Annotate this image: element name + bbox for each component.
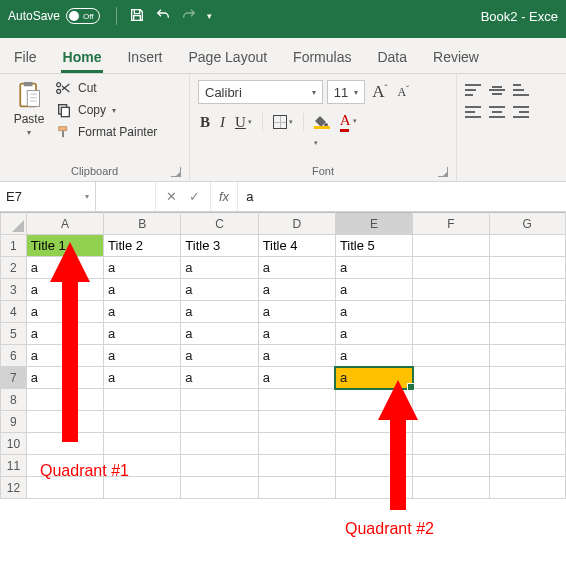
cell[interactable]: a [181, 279, 258, 301]
cell[interactable]: Title 2 [104, 235, 181, 257]
redo-icon[interactable] [181, 7, 197, 26]
cell[interactable]: a [335, 301, 412, 323]
cell[interactable] [489, 367, 566, 389]
cell[interactable]: a [258, 279, 335, 301]
underline-button[interactable]: U▾ [235, 114, 252, 131]
font-size-dropdown[interactable]: 11 ▾ [327, 80, 365, 104]
cell[interactable]: a [26, 279, 103, 301]
cell[interactable]: a [104, 345, 181, 367]
tab-insert[interactable]: Insert [125, 43, 164, 73]
cell[interactable]: Title 4 [258, 235, 335, 257]
tab-file[interactable]: File [12, 43, 39, 73]
row-header[interactable]: 4 [1, 301, 27, 323]
cell[interactable]: a [258, 323, 335, 345]
chevron-down-icon[interactable]: ▾ [27, 128, 31, 137]
font-color-button[interactable]: A▾ [340, 112, 357, 132]
cell[interactable] [489, 279, 566, 301]
cell[interactable] [258, 411, 335, 433]
cell[interactable]: a [258, 345, 335, 367]
cell[interactable] [413, 323, 489, 345]
cell[interactable] [489, 411, 566, 433]
cell[interactable] [489, 345, 566, 367]
cell[interactable]: a [26, 323, 103, 345]
cell[interactable]: a [181, 367, 258, 389]
cell[interactable]: a [258, 257, 335, 279]
cell[interactable] [335, 411, 412, 433]
cell[interactable] [489, 301, 566, 323]
row-header[interactable]: 11 [1, 455, 27, 477]
cell[interactable]: a [258, 301, 335, 323]
cell[interactable]: a [26, 301, 103, 323]
col-header[interactable]: G [489, 213, 566, 235]
cell[interactable]: a [26, 257, 103, 279]
cell[interactable] [104, 389, 181, 411]
undo-icon[interactable] [155, 7, 171, 26]
cell[interactable]: Title 1 [26, 235, 103, 257]
cell[interactable]: a [181, 323, 258, 345]
cell[interactable]: a [104, 257, 181, 279]
align-center-button[interactable] [489, 106, 505, 118]
increase-font-button[interactable]: Aˆ [369, 82, 390, 102]
col-header[interactable]: A [26, 213, 103, 235]
cell[interactable]: a [104, 323, 181, 345]
decrease-font-button[interactable]: Aˇ [395, 85, 412, 100]
cell[interactable] [26, 411, 103, 433]
cell[interactable]: Title 3 [181, 235, 258, 257]
row-header[interactable]: 1 [1, 235, 27, 257]
align-bottom-button[interactable] [513, 84, 529, 96]
cell[interactable]: a [335, 279, 412, 301]
cell[interactable] [181, 411, 258, 433]
autosave-toggle[interactable]: AutoSave Off [8, 8, 100, 24]
cell[interactable] [26, 389, 103, 411]
select-all-button[interactable] [1, 213, 27, 235]
paste-button[interactable]: Paste ▾ [8, 80, 50, 140]
tab-review[interactable]: Review [431, 43, 481, 73]
spreadsheet[interactable]: A B C D E F G 1 Title 1 Title 2 Title 3 … [0, 212, 566, 499]
cell[interactable] [413, 433, 489, 455]
confirm-formula-button[interactable]: ✓ [189, 189, 200, 204]
cell[interactable]: a [258, 367, 335, 389]
cell[interactable] [413, 257, 489, 279]
dialog-launcher-icon[interactable] [171, 167, 181, 177]
cell[interactable]: a [104, 367, 181, 389]
cell[interactable] [413, 345, 489, 367]
save-icon[interactable] [129, 7, 145, 26]
cell-selected[interactable]: a [335, 367, 412, 389]
row-header[interactable]: 8 [1, 389, 27, 411]
cell[interactable] [26, 433, 103, 455]
cell[interactable] [181, 477, 258, 499]
align-top-button[interactable] [465, 84, 481, 96]
col-header[interactable]: C [181, 213, 258, 235]
cell[interactable] [181, 455, 258, 477]
cut-button[interactable]: Cut [56, 80, 157, 96]
align-right-button[interactable] [513, 106, 529, 118]
cell[interactable] [335, 433, 412, 455]
cell[interactable] [413, 477, 489, 499]
chevron-down-icon[interactable]: ▾ [112, 106, 116, 115]
col-header[interactable]: F [413, 213, 489, 235]
row-header[interactable]: 3 [1, 279, 27, 301]
cell[interactable] [489, 455, 566, 477]
row-header[interactable]: 2 [1, 257, 27, 279]
cell[interactable]: a [335, 345, 412, 367]
cell[interactable] [413, 301, 489, 323]
row-header[interactable]: 12 [1, 477, 27, 499]
cell[interactable] [489, 433, 566, 455]
name-box[interactable]: E7 ▾ [0, 182, 96, 211]
cell[interactable]: a [104, 279, 181, 301]
italic-button[interactable]: I [220, 114, 225, 131]
cell[interactable] [413, 389, 489, 411]
cell[interactable]: a [26, 367, 103, 389]
cell[interactable] [413, 279, 489, 301]
cell[interactable] [258, 433, 335, 455]
cell[interactable] [413, 235, 489, 257]
row-header[interactable]: 10 [1, 433, 27, 455]
align-left-button[interactable] [465, 106, 481, 118]
col-header[interactable]: B [104, 213, 181, 235]
cell[interactable] [489, 323, 566, 345]
col-header[interactable]: D [258, 213, 335, 235]
col-header[interactable]: E [335, 213, 412, 235]
cell[interactable] [489, 235, 566, 257]
align-middle-button[interactable] [489, 84, 505, 96]
tab-formulas[interactable]: Formulas [291, 43, 353, 73]
